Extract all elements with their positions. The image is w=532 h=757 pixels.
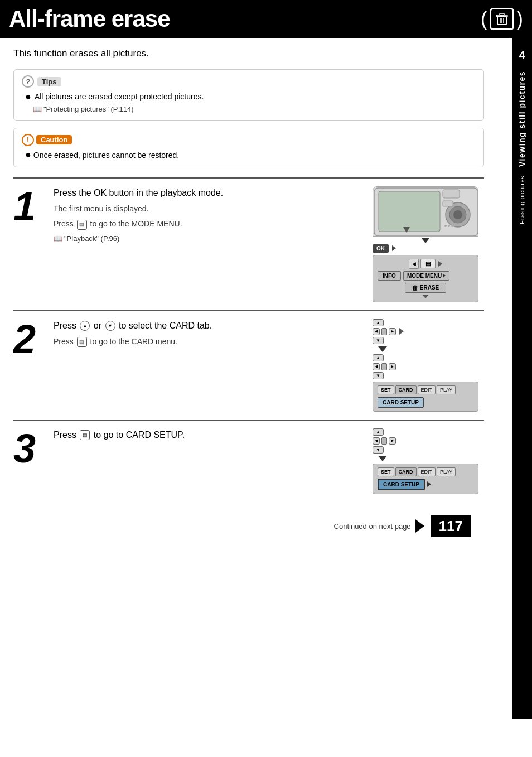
caution-content: ● Once erased, pictures cannot be restor…: [22, 150, 476, 161]
caution-box: ! Caution ● Once erased, pictures cannot…: [13, 128, 484, 167]
step-1-sub2: Press ▤ to go to the MODE MENU.: [54, 219, 355, 230]
tips-label: Tips: [37, 77, 61, 86]
erase-row: 🗑 ERASE: [378, 283, 473, 293]
tips-bullet-text: All pictures are erased except protected…: [35, 91, 204, 103]
controller-area-3: ▲ ◀ ▶ ▼: [373, 428, 478, 454]
ref-icon-1: 📖: [54, 234, 62, 243]
tab-edit-3: EDIT: [418, 467, 436, 476]
tab-active: ▤: [420, 259, 436, 268]
caution-bullet-dot: ●: [25, 149, 31, 160]
mode-menu-btn: MODE MENU: [403, 271, 449, 281]
menu-screen-2: SET CARD EDIT PLAY CARD SETUP: [373, 382, 478, 412]
svg-rect-2: [500, 13, 504, 15]
sidebar: 4 Viewing still pictures Erasing picture…: [512, 38, 532, 719]
tab-set-3: SET: [378, 467, 394, 476]
page-title: All-frame erase: [9, 6, 170, 32]
v-controller-2b: ▲ ◀ ▶ ▼: [373, 354, 396, 379]
step-2-image: ▲ ◀ ▶ ▼: [361, 319, 484, 412]
ctrl-mid-row-2b: ◀ ▶: [373, 363, 396, 370]
v-controller: ▲ ◀ ▶ ▼: [373, 319, 396, 344]
content-area: This function erases all pictures. ? Tip…: [0, 38, 512, 719]
svg-point-11: [453, 210, 462, 219]
step-1-image: OK ◀ ▤: [361, 186, 484, 302]
step-2-number: 2: [13, 319, 47, 359]
trash-icon: [490, 8, 514, 30]
step-1-number: 1: [13, 186, 47, 226]
page-number: 117: [431, 515, 471, 537]
ctrl-center-3: [381, 437, 387, 445]
continued-text: Continued on next page: [334, 522, 411, 531]
ok-area: OK: [373, 244, 478, 253]
ctrl-up-3: ▲: [373, 428, 384, 436]
ctrl-up: ▲: [373, 319, 384, 326]
ctrl-center-2b: [381, 363, 387, 370]
erase-btn: 🗑 ERASE: [405, 283, 446, 293]
ctrl-mid-row: ◀ ▶: [373, 328, 396, 335]
menu-tab-row-1: ◀ ▤: [378, 259, 473, 269]
circle-up-icon: ▲: [80, 321, 90, 331]
sidebar-number: 4: [519, 49, 525, 62]
circle-down-icon: ▼: [105, 321, 115, 331]
caution-bullet-text: Once erased, pictures cannot be restored…: [33, 151, 179, 160]
menu-icon-1: ▤: [77, 220, 87, 230]
ok-btn-label: OK: [373, 244, 389, 253]
tips-icon: ?: [22, 75, 34, 88]
arrow-down-1: [373, 238, 478, 243]
tips-box: ? Tips ● All pictures are erased except …: [13, 69, 484, 121]
svg-point-13: [448, 225, 450, 227]
step-1: 1 Press the OK button in the playback mo…: [13, 177, 484, 310]
continued-arrow: [415, 519, 424, 533]
info-btn: INFO: [378, 271, 401, 281]
tips-ref: 📖 "Protecting pictures" (P.114): [25, 104, 476, 115]
caution-bullet: ● Once erased, pictures cannot be restor…: [25, 150, 476, 161]
svg-point-14: [451, 225, 453, 227]
ctrl-mid-row-3: ◀ ▶: [373, 437, 396, 445]
ctrl-down-2b: ▼: [373, 372, 384, 379]
tips-bullet: ● All pictures are erased except protect…: [25, 91, 476, 103]
menu-screen-3: SET CARD EDIT PLAY CARD SETUP: [373, 464, 478, 494]
tab-card-3: CARD: [395, 467, 417, 476]
menu-screen-1: ◀ ▤ INFO MODE MENU: [373, 255, 478, 302]
tab-right-arrow: [438, 261, 442, 267]
sidebar-sub-text: Erasing pictures: [519, 176, 525, 224]
ctrl-left-2b: ◀: [373, 363, 380, 370]
step-1-ref: 📖 "Playback" (P.96): [54, 234, 355, 243]
step-3-body: Press ▤ to go to CARD SETUP.: [54, 428, 355, 494]
erase-arrow-down: [378, 295, 473, 298]
ctrl-down-3: ▼: [373, 446, 384, 454]
sidebar-main-text: Viewing still pictures: [518, 71, 526, 167]
svg-point-12: [444, 225, 447, 227]
svg-rect-8: [443, 190, 460, 198]
tab-play-2: PLAY: [437, 385, 456, 394]
tab-play-3: PLAY: [437, 467, 456, 476]
paren-left: (: [481, 7, 487, 31]
step-1-body: Press the OK button in the playback mode…: [54, 186, 355, 302]
arrow-down-3: [373, 456, 478, 461]
tips-header: ? Tips: [22, 75, 476, 88]
step-2-instruction: Press ▲ or ▼ to select the CARD tab.: [54, 319, 355, 332]
ctrl-right-2b: ▶: [389, 363, 396, 370]
steps-container: 1 Press the OK button in the playback mo…: [13, 177, 484, 502]
tab-edit-2: EDIT: [418, 385, 436, 394]
step-3-instruction: Press ▤ to go to CARD SETUP.: [54, 428, 355, 441]
camera-sketch: [373, 186, 478, 237]
tab-card-2: CARD: [395, 385, 417, 394]
info-mode-row: INFO MODE MENU: [378, 271, 473, 281]
bullet-dot: ●: [25, 91, 31, 102]
mode-menu-arrow: [443, 273, 446, 278]
v-controller-3: ▲ ◀ ▶ ▼: [373, 428, 396, 454]
tab-set-2: SET: [378, 385, 394, 394]
tips-content: ● All pictures are erased except protect…: [22, 91, 476, 115]
step-1-sub1: The first menu is displayed.: [54, 204, 355, 215]
ctrl-right-3: ▶: [389, 437, 396, 445]
menu-icon-2: ▤: [77, 337, 87, 347]
arrow-down-2: [373, 346, 478, 352]
caution-label: Caution: [36, 135, 72, 144]
header-icon-area: ( ): [481, 7, 523, 31]
ctrl-down: ▼: [373, 337, 384, 344]
ctrl-left-3: ◀: [373, 437, 380, 445]
card-setup-item-3: CARD SETUP: [378, 479, 425, 490]
card-setup-arrow-3: [427, 481, 431, 487]
ref-icon: 📖: [33, 104, 42, 115]
tabs-row-3: SET CARD EDIT PLAY: [378, 467, 473, 476]
